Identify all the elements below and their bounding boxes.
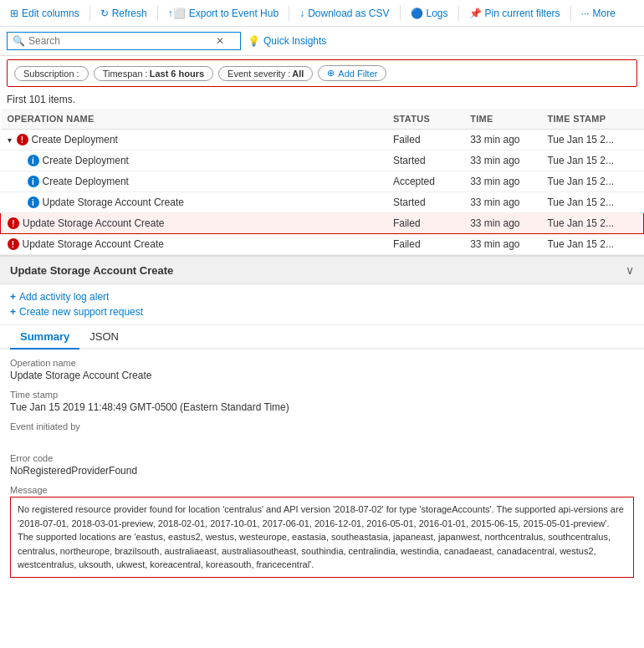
sep-1 — [89, 6, 90, 21]
message-field: Message No registered resource provider … — [10, 485, 634, 578]
logs-icon: 🔵 — [411, 8, 423, 19]
detail-tabs: Summary JSON — [0, 325, 644, 350]
detail-panel: Update Storage Account Create ∨ Add acti… — [0, 255, 644, 594]
error-icon: ! — [8, 238, 19, 250]
error-code-field: Error code NoRegisteredProviderFound — [10, 453, 634, 477]
download-icon: ↓ — [299, 8, 304, 19]
add-filter-button[interactable]: ⊕ Add Filter — [318, 65, 386, 81]
table-row[interactable]: iCreate DeploymentStarted33 min agoTue J… — [1, 151, 644, 171]
timespan-filter[interactable]: Timespan : Last 6 hours — [94, 66, 213, 81]
detail-title: Update Storage Account Create — [10, 264, 173, 277]
initiated-label: Event initiated by — [10, 421, 634, 431]
operation-name: Create Deployment — [32, 134, 118, 145]
severity-filter[interactable]: Event severity : All — [218, 66, 313, 81]
pin-filters-button[interactable]: 📌 Pin current filters — [463, 4, 567, 23]
search-wrap: 🔍 ✕ — [7, 32, 241, 50]
message-value: No registered resource provider found fo… — [10, 497, 634, 578]
error-icon: ! — [17, 134, 28, 145]
detail-header: Update Storage Account Create ∨ — [0, 257, 644, 284]
error-code-label: Error code — [10, 453, 634, 463]
time-cell: 33 min ago — [463, 192, 540, 213]
error-code-value: NoRegisteredProviderFound — [10, 465, 634, 477]
table-row[interactable]: iCreate DeploymentAccepted33 min agoTue … — [1, 171, 644, 192]
op-name-label: Operation name — [10, 358, 634, 368]
table-row[interactable]: ▾!Create DeploymentFailed33 min agoTue J… — [1, 130, 644, 151]
initiated-value — [10, 433, 634, 445]
download-csv-button[interactable]: ↓ Download as CSV — [293, 4, 396, 23]
table-row[interactable]: iUpdate Storage Account CreateStarted33 … — [1, 192, 644, 213]
toolbar: ⊞ Edit columns ↻ Refresh ↑⬜ Export to Ev… — [0, 0, 644, 27]
op-name-field: Operation name Update Storage Account Cr… — [10, 358, 634, 381]
timestamp-field: Time stamp Tue Jan 15 2019 11:48:49 GMT-… — [10, 390, 634, 413]
filter-bar: Subscription : Timespan : Last 6 hours E… — [7, 59, 637, 87]
collapse-detail-button[interactable]: ∨ — [626, 263, 634, 277]
op-cell: !Update Storage Account Create — [8, 217, 380, 229]
operation-name: Update Storage Account Create — [23, 238, 164, 250]
timestamp-cell: Tue Jan 15 2... — [540, 213, 643, 234]
pin-icon: 📌 — [469, 8, 482, 19]
status-cell: Failed — [386, 234, 463, 255]
operation-name: Update Storage Account Create — [23, 217, 164, 229]
time-cell: 33 min ago — [463, 171, 540, 192]
timestamp-cell: Tue Jan 15 2... — [540, 130, 643, 151]
table-row[interactable]: !Update Storage Account CreateFailed33 m… — [1, 213, 644, 234]
expand-arrow-icon[interactable]: ▾ — [8, 135, 12, 145]
op-name-value: Update Storage Account Create — [10, 370, 634, 381]
timestamp-label: Time stamp — [10, 390, 634, 400]
operation-name: Create Deployment — [43, 176, 129, 187]
operation-name: Create Deployment — [43, 155, 129, 166]
col-header-time: TIME — [463, 109, 540, 130]
op-cell: iUpdate Storage Account Create — [8, 196, 380, 208]
sep-3 — [289, 6, 289, 21]
table-header-row: OPERATION NAME STATUS TIME TIME STAMP — [1, 109, 644, 130]
op-cell: iCreate Deployment — [8, 155, 380, 166]
tab-json[interactable]: JSON — [79, 325, 129, 350]
sep-5 — [458, 6, 459, 21]
timestamp-cell: Tue Jan 15 2... — [540, 192, 643, 213]
col-header-status: STATUS — [386, 109, 463, 130]
timestamp-value: Tue Jan 15 2019 11:48:49 GMT-0500 (Easte… — [10, 401, 634, 413]
search-bar: 🔍 ✕ 💡 Quick Insights — [0, 27, 644, 56]
status-cell: Started — [386, 151, 463, 171]
search-input[interactable] — [28, 35, 212, 47]
time-cell: 33 min ago — [463, 151, 540, 171]
export-event-hub-button[interactable]: ↑⬜ Export to Event Hub — [161, 4, 285, 23]
log-table-wrap[interactable]: OPERATION NAME STATUS TIME TIME STAMP ▾!… — [0, 109, 644, 255]
info-icon: i — [28, 176, 39, 187]
more-icon: ··· — [581, 8, 590, 19]
tab-summary[interactable]: Summary — [10, 325, 79, 350]
time-cell: 33 min ago — [463, 130, 540, 151]
logs-button[interactable]: 🔵 Logs — [404, 4, 455, 23]
status-cell: Accepted — [386, 171, 463, 192]
filter-icon: ⊕ — [327, 68, 335, 79]
edit-columns-button[interactable]: ⊞ Edit columns — [3, 4, 86, 23]
info-icon: i — [28, 155, 39, 166]
new-support-link[interactable]: Create new support request — [10, 306, 634, 318]
more-button[interactable]: ··· More — [575, 4, 622, 23]
edit-columns-icon: ⊞ — [10, 8, 18, 19]
message-label: Message — [10, 485, 634, 495]
sep-4 — [400, 6, 401, 21]
subscription-filter[interactable]: Subscription : — [14, 66, 89, 81]
status-cell: Failed — [386, 213, 463, 234]
add-alert-link[interactable]: Add activity log alert — [10, 291, 634, 303]
col-header-operation: OPERATION NAME — [1, 109, 386, 130]
detail-actions: Add activity log alert Create new suppor… — [0, 284, 644, 325]
col-header-timestamp: TIME STAMP — [540, 109, 643, 130]
lightbulb-icon: 💡 — [248, 35, 260, 47]
timestamp-cell: Tue Jan 15 2... — [540, 151, 643, 171]
table-row[interactable]: !Update Storage Account CreateFailed33 m… — [1, 234, 644, 255]
refresh-button[interactable]: ↻ Refresh — [94, 4, 154, 23]
op-cell: !Update Storage Account Create — [8, 238, 380, 250]
sep-2 — [157, 6, 158, 21]
timestamp-cell: Tue Jan 15 2... — [540, 171, 643, 192]
detail-content: Operation name Update Storage Account Cr… — [0, 350, 644, 594]
export-icon: ↑⬜ — [168, 8, 186, 19]
initiated-field: Event initiated by — [10, 421, 634, 445]
clear-search-button[interactable]: ✕ — [216, 35, 224, 47]
op-cell: iCreate Deployment — [8, 176, 380, 187]
log-table: OPERATION NAME STATUS TIME TIME STAMP ▾!… — [0, 109, 644, 255]
search-icon: 🔍 — [13, 35, 25, 47]
quick-insights-button[interactable]: 💡 Quick Insights — [248, 35, 326, 47]
status-cell: Failed — [386, 130, 463, 151]
